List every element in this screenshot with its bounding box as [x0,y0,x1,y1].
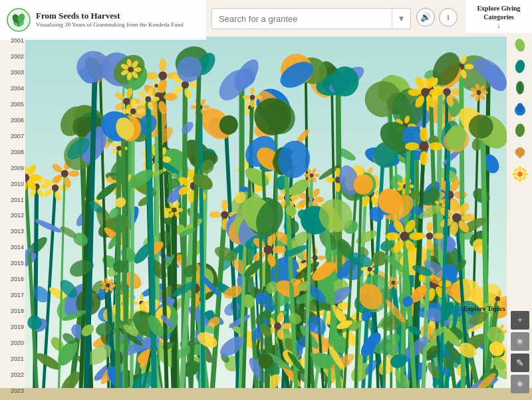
category-icon-1[interactable] [511,37,529,56]
svg-point-10 [517,103,523,112]
svg-point-15 [512,173,517,175]
svg-point-98 [146,72,158,79]
svg-point-709 [281,323,292,329]
svg-point-848 [134,67,142,72]
svg-point-13 [519,166,521,171]
year-label-2016: 2016 [0,276,27,282]
svg-point-1094 [426,239,432,250]
asterisk-button[interactable]: ✳ [511,375,529,393]
svg-point-714 [274,322,281,330]
info-button[interactable]: i [439,8,458,27]
category-icon-5[interactable] [511,122,529,141]
svg-point-1150 [400,232,409,241]
year-label-2020: 2020 [0,340,27,346]
year-label-2017: 2017 [0,292,27,298]
svg-point-12 [517,171,523,177]
search-dropdown-arrow[interactable]: ▼ [392,9,410,29]
svg-point-499 [326,177,335,183]
svg-point-777 [392,281,395,284]
category-icon-4[interactable] [511,101,529,120]
year-label-2002: 2002 [0,54,27,60]
svg-point-571 [250,87,255,94]
svg-point-955 [310,173,314,177]
svg-point-1069 [420,128,428,142]
svg-point-592 [209,211,221,218]
svg-point-594 [221,211,229,219]
year-label-2013: 2013 [0,229,27,235]
svg-point-1107 [116,146,120,150]
svg-point-17 [513,167,519,173]
category-icon-7[interactable] [511,165,529,183]
bottom-strip [0,388,532,400]
svg-point-784 [314,197,324,203]
svg-point-771 [395,281,400,284]
svg-point-949 [314,173,320,177]
svg-point-14 [519,177,521,182]
svg-point-170 [140,294,144,300]
svg-point-972 [136,109,145,114]
snowflake-button[interactable]: ✳ [511,332,529,351]
svg-point-16 [523,173,528,175]
year-label-2022: 2022 [0,372,27,378]
search-input[interactable] [212,14,392,24]
svg-rect-4 [18,21,19,27]
logo-icon [7,8,31,32]
year-label-2008: 2008 [0,150,27,155]
search-bar[interactable]: ▼ [211,8,411,29]
svg-point-882 [155,79,158,84]
icon-buttons: 🔊 i [416,8,458,27]
svg-point-351 [40,184,49,189]
svg-point-976 [130,108,136,114]
svg-point-1157 [500,297,507,301]
year-label-2021: 2021 [0,356,27,362]
svg-point-569 [250,100,255,107]
svg-point-1070 [419,142,428,151]
category-icon-3[interactable] [511,80,529,98]
svg-point-427 [443,88,451,96]
svg-point-1096 [426,222,432,233]
category-icon-6[interactable] [511,144,529,162]
explore-topics-label: Explore Topics [464,305,505,312]
year-label-2005: 2005 [0,102,27,108]
svg-point-572 [250,95,255,100]
explore-topics-arrow: ↓ [464,312,505,320]
svg-point-975 [130,100,136,108]
svg-point-18 [521,175,527,181]
svg-point-1005 [421,88,430,96]
year-label-2011: 2011 [0,197,27,203]
svg-point-436 [361,267,368,271]
pencil-button[interactable]: ✎ [511,353,529,372]
svg-point-999 [430,88,443,96]
svg-point-1039 [452,213,462,223]
explore-topics-panel[interactable]: Explore Topics ↓ [464,305,505,320]
svg-point-100 [158,72,167,80]
year-label-2012: 2012 [0,213,27,219]
svg-point-1067 [420,151,428,165]
zoom-in-button[interactable]: + [511,311,529,330]
year-label-2006: 2006 [0,118,27,124]
category-icon-2[interactable] [511,58,529,77]
svg-point-1066 [429,142,443,150]
svg-point-593 [221,199,228,211]
svg-point-599 [464,64,473,69]
svg-point-255 [290,195,299,201]
audio-button[interactable]: 🔊 [416,8,435,27]
svg-point-1167 [151,96,160,102]
year-label-2004: 2004 [0,86,27,92]
svg-point-952 [304,173,310,177]
svg-point-893 [263,245,272,254]
svg-point-5 [514,39,527,52]
explore-giving-panel[interactable]: Explore Giving Categories ↓ [466,0,532,33]
explore-giving-label: Explore Giving Categories [471,4,527,21]
svg-point-974 [121,109,130,114]
svg-point-313 [477,90,481,95]
svg-point-106 [318,255,326,260]
svg-point-1147 [386,232,400,240]
svg-point-99 [159,58,166,71]
page-subtitle: Visualizing 30 Years of Grantmaking from… [36,21,184,29]
visualization-canvas [25,37,507,400]
year-label-2018: 2018 [0,308,27,314]
svg-point-855 [128,67,134,72]
svg-point-1144 [409,232,423,240]
year-label-2023: 2023 [0,388,27,394]
